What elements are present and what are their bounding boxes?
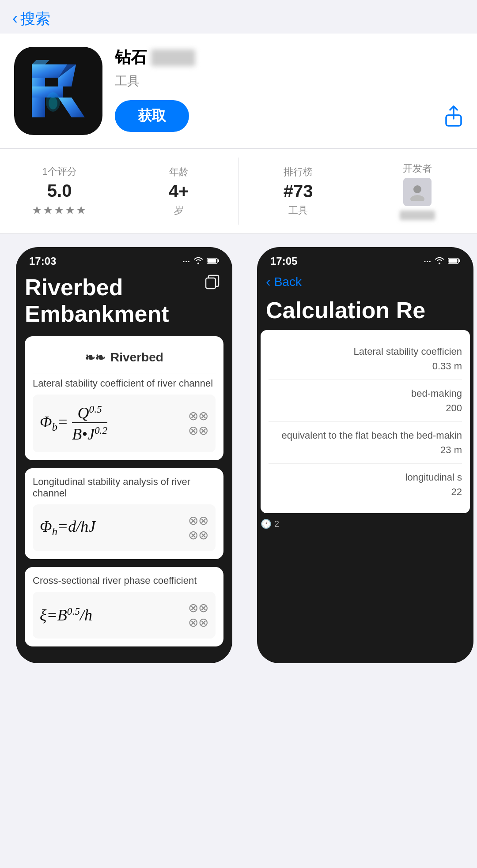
svg-point-8 xyxy=(49,97,57,109)
stat-rating: 1个评分 5.0 ★★★★★ xyxy=(0,158,119,225)
result-footer: 🕐 2 xyxy=(257,513,473,529)
clock-icon: 🕐 xyxy=(261,519,272,529)
formula-icon-1[interactable]: ⊗⊗⊗⊗ xyxy=(188,409,208,438)
formula-3: ξ=B0.5/h xyxy=(40,605,92,624)
stats-row: 1个评分 5.0 ★★★★★ 年龄 4+ 岁 排行榜 #73 工具 开发者 xyxy=(0,149,477,234)
time-1: 17:03 xyxy=(29,255,56,267)
stat-age-sub: 岁 xyxy=(174,204,184,217)
formula-icon-3[interactable]: ⊗⊗⊗⊗ xyxy=(188,601,208,630)
stat-rank: 排行榜 #73 工具 xyxy=(239,158,358,225)
status-icons-1: ··· xyxy=(182,256,219,267)
result-row-2: bed-making200 xyxy=(269,380,462,422)
back-chevron-2: ‹ xyxy=(266,274,271,290)
app-name-row: 钻石 xyxy=(115,47,463,68)
stat-rank-value: #73 xyxy=(284,181,313,201)
app-name: 钻石 xyxy=(115,47,147,68)
formula-area-1: Φb= Q0.5 B•J0.2 ⊗⊗⊗⊗ xyxy=(33,395,216,452)
wifi-icon-2 xyxy=(435,256,444,267)
screen-title-2: Calculation Re xyxy=(257,296,473,330)
stat-developer-label: 开发者 xyxy=(403,162,432,175)
screenshots-wrapper: 17:03 ··· xyxy=(0,247,477,676)
get-button[interactable]: 获取 xyxy=(115,100,189,132)
chevron-left-icon: ‹ xyxy=(12,11,18,26)
back-button[interactable]: ‹ 搜索 xyxy=(12,9,50,29)
stat-age: 年龄 4+ 岁 xyxy=(119,158,238,225)
svg-marker-6 xyxy=(32,60,49,64)
screenshot-phone-2: 17:05 ··· xyxy=(257,247,473,663)
riverbed-card: ❧❧ Riverbed Lateral stability coefficien… xyxy=(25,336,223,460)
formula-title-3: Cross-sectional river phase coefficient xyxy=(33,575,216,586)
stat-developer: 开发者 xyxy=(358,158,477,225)
status-icons-2: ··· xyxy=(424,256,460,267)
formula-title-2: Longitudinal stability analysis of river… xyxy=(33,476,216,499)
time-2: 17:05 xyxy=(270,255,297,267)
svg-rect-13 xyxy=(218,259,219,262)
formula-2: Φh=d/hJ xyxy=(40,517,95,538)
footer-num: 2 xyxy=(274,519,279,529)
stat-rank-sub: 工具 xyxy=(288,204,308,217)
result-card: Lateral stability coefficien0.33 m bed-m… xyxy=(261,330,470,513)
formula-1: Φb= Q0.5 B•J0.2 xyxy=(40,403,107,443)
screen-title-1: Riverbed Embankment xyxy=(25,274,223,327)
signal-icon-2: ··· xyxy=(424,256,431,267)
formula-card-3-wrapper: Cross-sectional river phase coefficient … xyxy=(25,567,223,646)
riverbed-title: Riverbed xyxy=(110,350,163,364)
wifi-icon xyxy=(193,256,203,267)
screenshots-section: 17:03 ··· xyxy=(0,234,477,676)
stat-age-label: 年龄 xyxy=(169,165,189,179)
stat-age-value: 4+ xyxy=(169,181,189,201)
battery-icon xyxy=(207,256,219,267)
battery-icon-2 xyxy=(448,256,460,267)
status-bar-1: 17:03 ··· xyxy=(16,247,232,270)
nav-bar: ‹ 搜索 xyxy=(0,0,477,34)
screenshot-phone-1: 17:03 ··· xyxy=(16,247,232,663)
svg-rect-18 xyxy=(449,259,458,263)
stat-stars: ★★★★★ xyxy=(32,203,87,217)
back-label: 搜索 xyxy=(20,9,50,29)
share-button[interactable] xyxy=(444,105,463,127)
result-row-3: equivalent to the flat beach the bed-mak… xyxy=(269,422,462,464)
svg-rect-15 xyxy=(206,278,216,289)
app-actions: 获取 xyxy=(115,100,463,132)
riverbed-header: ❧❧ Riverbed xyxy=(33,344,216,373)
app-header: 钻石 工具 获取 xyxy=(0,34,477,149)
formula-icon-2[interactable]: ⊗⊗⊗⊗ xyxy=(188,513,208,542)
developer-avatar xyxy=(403,178,432,206)
back-label-2: Back xyxy=(274,275,302,289)
svg-point-10 xyxy=(413,185,421,193)
formula-title-1: Lateral stability coefficient of river c… xyxy=(33,378,216,389)
stat-rank-label: 排行榜 xyxy=(284,165,313,179)
formula-area-2: Φh=d/hJ ⊗⊗⊗⊗ xyxy=(33,504,216,551)
signal-icon: ··· xyxy=(182,256,190,267)
formula-area-3: ξ=B0.5/h ⊗⊗⊗⊗ xyxy=(33,592,216,639)
developer-name-blurred xyxy=(400,210,435,220)
app-info: 钻石 工具 获取 xyxy=(115,47,463,132)
riverbed-icon: ❧❧ xyxy=(85,350,105,365)
result-row-4: longitudinal s22 xyxy=(269,464,462,505)
formula-card-1: Lateral stability coefficient of river c… xyxy=(33,378,216,452)
copy-icon xyxy=(204,274,220,293)
svg-rect-14 xyxy=(208,259,216,263)
svg-point-11 xyxy=(410,195,424,201)
app-name-blurred xyxy=(151,49,195,66)
back-nav-2[interactable]: ‹ Back xyxy=(257,270,473,296)
status-bar-2: 17:05 ··· xyxy=(257,247,473,270)
app-category: 工具 xyxy=(115,73,463,90)
svg-marker-5 xyxy=(58,98,85,117)
app-icon xyxy=(14,47,102,135)
stat-rating-value: 5.0 xyxy=(47,181,72,201)
phone-1-content: Riverbed Embankment ❧❧ Riverbed Lateral … xyxy=(16,270,232,663)
stat-rating-label: 1个评分 xyxy=(42,165,77,178)
result-row-1: Lateral stability coefficien0.33 m xyxy=(269,338,462,380)
svg-rect-17 xyxy=(459,259,460,262)
formula-card-2-wrapper: Longitudinal stability analysis of river… xyxy=(25,468,223,559)
